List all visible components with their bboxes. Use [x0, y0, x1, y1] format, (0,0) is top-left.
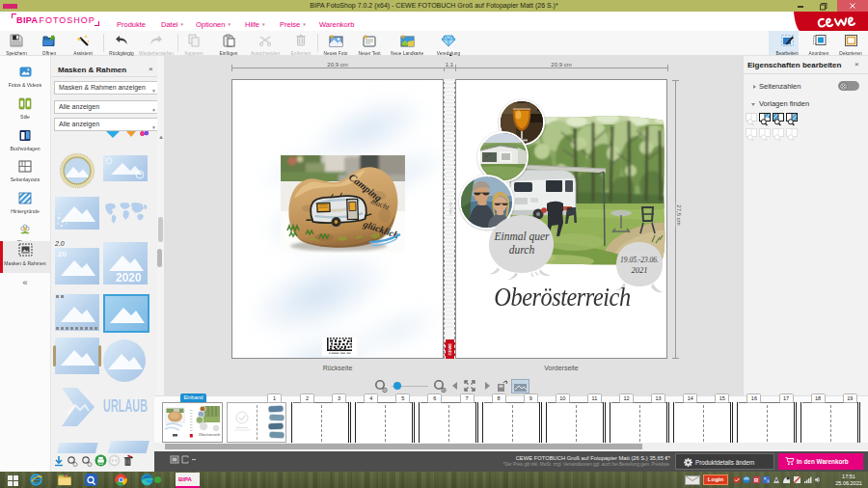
svg-text:CEWE: CEWE: [448, 343, 452, 356]
svg-text:- Ihr Text -: - Ihr Text -: [448, 201, 452, 217]
svg-text:durch: durch: [509, 244, 535, 256]
svg-text:R: R: [754, 477, 759, 483]
svg-text:Einmal quer: Einmal quer: [493, 230, 550, 243]
svg-text:19.05.-23.06.: 19.05.-23.06.: [620, 256, 659, 264]
svg-text:2021: 2021: [632, 265, 648, 275]
svg-text:20: 20: [58, 250, 67, 258]
svg-text:2020: 2020: [116, 271, 142, 285]
svg-text:Oberösterreich: Oberösterreich: [199, 433, 220, 437]
